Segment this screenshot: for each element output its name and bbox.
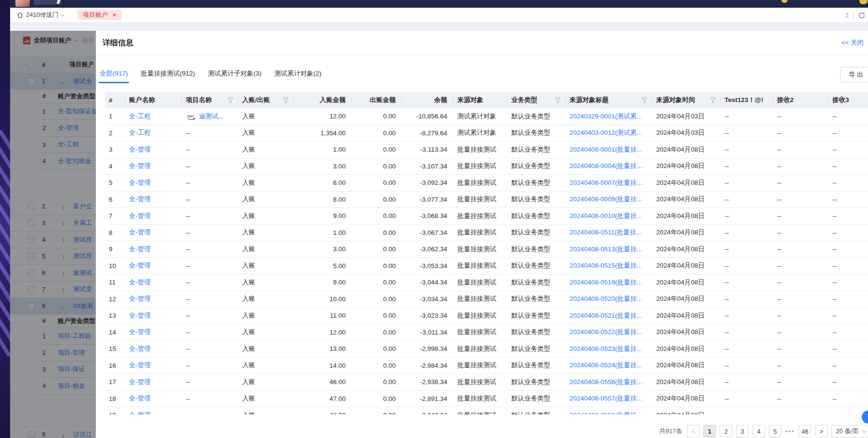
cell-source_title[interactable]: 20240408-0556(批量挂... (566, 374, 652, 390)
sidebar-group-row[interactable]: 3全局工 (10, 215, 96, 232)
next-page-button[interactable]: > (815, 425, 828, 438)
account-link[interactable]: 汉汉江 (73, 430, 92, 438)
filter-icon[interactable] (283, 97, 289, 103)
address-bar[interactable] (34, 0, 62, 5)
cell-account[interactable]: 全-管理 (125, 208, 182, 224)
filter-icon[interactable] (555, 97, 561, 103)
row-checkbox[interactable] (28, 219, 35, 226)
sidebar-group-row[interactable]: 809迪测 (10, 297, 96, 314)
chevron-right-icon[interactable] (61, 239, 65, 243)
close-panel-link[interactable]: << 关闭 (841, 39, 864, 47)
cell-account[interactable]: 全-管理 (125, 391, 182, 407)
cell-account[interactable]: 全-管理 (125, 374, 182, 390)
row-checkbox[interactable] (28, 78, 35, 85)
cell-account[interactable]: 全-管理 (125, 407, 182, 414)
account-link[interactable]: 全局工 (73, 219, 92, 227)
row-checkbox[interactable] (28, 431, 35, 438)
prev-page-button[interactable]: < (687, 425, 700, 438)
filter-icon[interactable] (228, 97, 233, 103)
fund-type-link[interactable]: 全-暂扣税金 (58, 157, 91, 166)
cell-account[interactable]: 全-管理 (125, 341, 182, 357)
select-all-checkbox[interactable] (28, 61, 35, 68)
sidebar-group-row[interactable]: 6迪测试 (10, 264, 96, 281)
cell-account[interactable]: 全-管理 (125, 274, 182, 291)
cell-account[interactable]: 全-管理 (125, 324, 182, 341)
sidebar-group-row[interactable]: 4测试排 (10, 231, 96, 248)
account-link[interactable]: 测试排 (73, 252, 92, 260)
chevron-right-icon[interactable] (61, 222, 65, 226)
cell-source_title[interactable]: 20240408-0558(批量挂... (566, 407, 652, 414)
tab-project-account[interactable]: 项目账户 ✕ (78, 10, 122, 20)
cell-source_title[interactable]: 20240408-0511(批量挂... (566, 225, 652, 241)
account-link[interactable]: 迪测试 (73, 269, 92, 277)
export-button[interactable]: 导 出 (840, 67, 868, 82)
chevron-right-icon[interactable] (61, 288, 65, 292)
sidebar-group-row[interactable]: 2客户立 (10, 198, 96, 215)
cell-source_title[interactable]: 20240408-0521(批量挂... (566, 308, 652, 324)
cell-source_title[interactable]: 20240408-0010(批量挂... (566, 208, 652, 224)
cell-source_title[interactable]: 20240329-0001(测试累... (566, 108, 652, 125)
page-button-5[interactable]: 5 (769, 425, 781, 438)
sidebar-group-row[interactable]: 1测试全 (10, 73, 96, 90)
fund-type-link[interactable]: 项目-保证 (58, 365, 85, 374)
page-size-select[interactable]: 20 条/页 (831, 425, 868, 438)
fund-type-link[interactable]: 全-工程 (58, 140, 78, 149)
cell-source_title[interactable]: 20240408-0557(批量挂... (566, 391, 652, 407)
cell-account[interactable]: 全-管理 (125, 258, 182, 274)
cell-account[interactable]: 全-管理 (125, 358, 182, 374)
row-checkbox[interactable] (28, 303, 35, 309)
close-tab-icon[interactable]: ✕ (112, 13, 117, 18)
cell-account[interactable]: 全-管理 (125, 175, 182, 191)
cell-source_title[interactable]: 20240408-0515(批量挂... (566, 258, 652, 274)
sidebar-title[interactable]: 全部项目账户 (34, 36, 71, 45)
row-checkbox[interactable] (28, 253, 35, 259)
cell-account[interactable]: 全-管理 (125, 192, 182, 208)
row-checkbox[interactable] (28, 236, 35, 243)
row-checkbox[interactable] (28, 286, 35, 293)
chevron-down-icon[interactable] (74, 38, 78, 41)
cell-project[interactable]: 360°迪测试... (182, 108, 238, 125)
account-link[interactable]: 测试排 (73, 235, 92, 244)
fund-type-link[interactable]: 项目-税金 (58, 382, 85, 390)
page-button-1[interactable]: 1 (703, 425, 716, 438)
avatar[interactable] (15, 0, 30, 7)
chevron-right-icon[interactable] (61, 272, 65, 276)
fund-type-link[interactable]: 全-管理 (58, 124, 78, 132)
filter-icon[interactable] (710, 97, 716, 103)
cell-account[interactable]: 全-管理 (125, 308, 182, 324)
filter-icon[interactable] (642, 97, 648, 103)
chevron-right-icon[interactable] (61, 255, 65, 259)
home-menu[interactable]: 2410传送门 (17, 11, 64, 19)
fund-type-link[interactable]: 项目-管理 (58, 348, 85, 357)
cell-account[interactable]: 全-管理 (125, 225, 182, 241)
sidebar-group-row[interactable]: 5测试排 (10, 248, 96, 265)
fund-type-link[interactable]: 项目-工程款 (58, 332, 91, 340)
cell-source_title[interactable]: 20240408-0009(批量挂... (566, 192, 652, 208)
cell-account[interactable]: 全-工程 (125, 108, 182, 125)
sidebar-group-row[interactable]: 9汉汉江 (10, 426, 96, 438)
cell-account[interactable]: 全-工程 (125, 125, 182, 142)
cell-source_title[interactable]: 20240408-0524(批量挂... (566, 358, 652, 374)
cell-source_title[interactable]: 20240408-0520(批量挂... (566, 291, 652, 308)
page-button-last[interactable]: 46 (799, 425, 811, 438)
page-button-4[interactable]: 4 (752, 425, 765, 438)
cell-account[interactable]: 全-管理 (125, 241, 182, 258)
detail-tab-3[interactable]: 测试累计对象(2) (274, 69, 322, 78)
row-checkbox[interactable] (28, 203, 35, 210)
cell-source_title[interactable]: 20240408-0001(批量挂... (566, 142, 652, 158)
detail-tab-2[interactable]: 测试累计子对象(3) (208, 69, 261, 78)
account-link[interactable]: 测试变 (73, 285, 92, 294)
page-button-3[interactable]: 3 (736, 425, 749, 438)
cell-source_title[interactable]: 20240408-0004(批量挂... (566, 158, 652, 175)
detail-tab-1[interactable]: 批量挂接测试(912) (141, 69, 195, 78)
detail-tab-0[interactable]: 全部(917) (100, 69, 128, 78)
refresh-icon[interactable] (858, 12, 866, 19)
row-checkbox[interactable] (28, 270, 35, 276)
chevron-right-icon[interactable] (61, 206, 65, 209)
fund-type-link[interactable]: 全-暂扣保证金 (58, 107, 96, 116)
cell-account[interactable]: 全-管理 (125, 142, 182, 158)
cell-source_title[interactable]: 20240408-0522(批量挂... (566, 324, 652, 341)
cell-source_title[interactable]: 20240408-0519(批量挂... (566, 274, 652, 291)
account-link[interactable]: 测试全 (73, 77, 92, 86)
cell-account[interactable]: 全-管理 (125, 291, 182, 308)
